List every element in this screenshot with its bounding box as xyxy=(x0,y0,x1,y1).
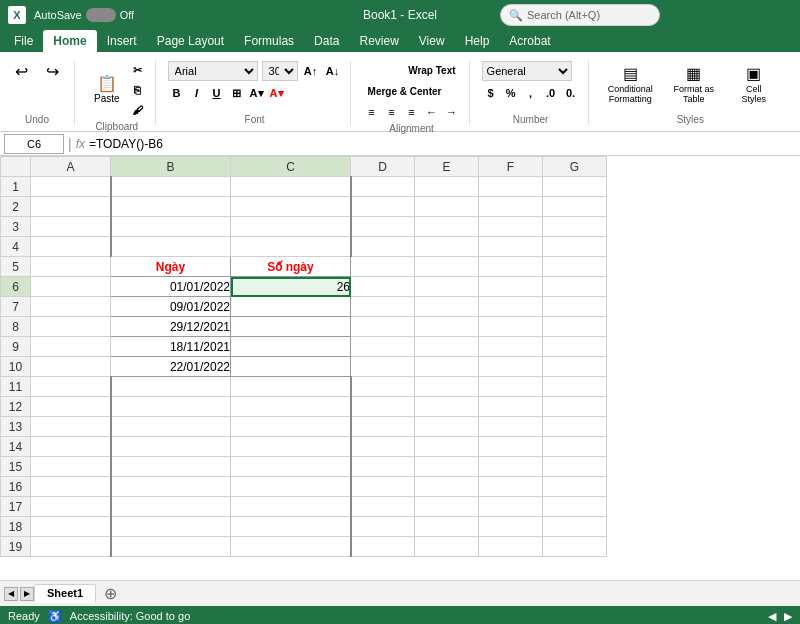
cell-a1[interactable] xyxy=(31,177,111,197)
cell-b18[interactable] xyxy=(111,517,231,537)
cell-f10[interactable] xyxy=(479,357,543,377)
cell-c9[interactable] xyxy=(231,337,351,357)
col-header-a[interactable]: A xyxy=(31,157,111,177)
cell-d16[interactable] xyxy=(351,477,415,497)
cell-d9[interactable] xyxy=(351,337,415,357)
cell-b13[interactable] xyxy=(111,417,231,437)
cell-c10[interactable] xyxy=(231,357,351,377)
cell-e11[interactable] xyxy=(415,377,479,397)
indent-increase-button[interactable]: → xyxy=(443,103,461,121)
cell-d15[interactable] xyxy=(351,457,415,477)
conditional-formatting-button[interactable]: ▤ Conditional Formatting xyxy=(601,61,660,107)
cell-g13[interactable] xyxy=(543,417,607,437)
cell-f19[interactable] xyxy=(479,537,543,557)
paste-button[interactable]: 📋 Paste xyxy=(87,73,127,107)
cell-e13[interactable] xyxy=(415,417,479,437)
cell-g9[interactable] xyxy=(543,337,607,357)
cell-f16[interactable] xyxy=(479,477,543,497)
font-size-select[interactable]: 30 xyxy=(262,61,298,81)
cell-g11[interactable] xyxy=(543,377,607,397)
cell-b16[interactable] xyxy=(111,477,231,497)
cell-f18[interactable] xyxy=(479,517,543,537)
cell-c5[interactable]: Số ngày xyxy=(231,257,351,277)
cell-b9[interactable]: 18/11/2021 xyxy=(111,337,231,357)
cell-f1[interactable] xyxy=(479,177,543,197)
col-header-g[interactable]: G xyxy=(543,157,607,177)
cell-g14[interactable] xyxy=(543,437,607,457)
comma-button[interactable]: , xyxy=(522,84,540,102)
cell-c2[interactable] xyxy=(231,197,351,217)
cell-g12[interactable] xyxy=(543,397,607,417)
cell-b4[interactable] xyxy=(111,237,231,257)
ribbon-tab-view[interactable]: View xyxy=(409,30,455,52)
cell-a7[interactable] xyxy=(31,297,111,317)
ribbon-tab-file[interactable]: File xyxy=(4,30,43,52)
decrease-decimal-button[interactable]: 0. xyxy=(562,84,580,102)
cell-b12[interactable] xyxy=(111,397,231,417)
cell-e16[interactable] xyxy=(415,477,479,497)
cell-a17[interactable] xyxy=(31,497,111,517)
cell-e10[interactable] xyxy=(415,357,479,377)
cell-b6[interactable]: 01/01/2022 xyxy=(111,277,231,297)
tab-scroll-right[interactable]: ▶ xyxy=(20,587,34,601)
cell-g10[interactable] xyxy=(543,357,607,377)
cell-f17[interactable] xyxy=(479,497,543,517)
cell-g19[interactable] xyxy=(543,537,607,557)
cell-f4[interactable] xyxy=(479,237,543,257)
sheet-tab-1[interactable]: Sheet1 xyxy=(34,584,96,603)
cell-g16[interactable] xyxy=(543,477,607,497)
decrease-font-button[interactable]: A↓ xyxy=(324,62,342,80)
increase-font-button[interactable]: A↑ xyxy=(302,62,320,80)
cell-c1[interactable] xyxy=(231,177,351,197)
cell-c19[interactable] xyxy=(231,537,351,557)
cell-c8[interactable] xyxy=(231,317,351,337)
cell-d5[interactable] xyxy=(351,257,415,277)
cell-f13[interactable] xyxy=(479,417,543,437)
percent-button[interactable]: % xyxy=(502,84,520,102)
cell-g2[interactable] xyxy=(543,197,607,217)
cell-d6[interactable] xyxy=(351,277,415,297)
cell-a15[interactable] xyxy=(31,457,111,477)
cell-c12[interactable] xyxy=(231,397,351,417)
cell-d3[interactable] xyxy=(351,217,415,237)
cell-d7[interactable] xyxy=(351,297,415,317)
cell-c7[interactable] xyxy=(231,297,351,317)
search-bar[interactable]: 🔍 Search (Alt+Q) xyxy=(500,4,660,26)
align-right-button[interactable]: ≡ xyxy=(403,103,421,121)
cell-d8[interactable] xyxy=(351,317,415,337)
cell-a6[interactable] xyxy=(31,277,111,297)
cell-e17[interactable] xyxy=(415,497,479,517)
cell-g6[interactable] xyxy=(543,277,607,297)
cell-a4[interactable] xyxy=(31,237,111,257)
cell-b10[interactable]: 22/01/2022 xyxy=(111,357,231,377)
cell-e5[interactable] xyxy=(415,257,479,277)
cell-b15[interactable] xyxy=(111,457,231,477)
currency-button[interactable]: $ xyxy=(482,84,500,102)
scroll-left-btn[interactable]: ◀ xyxy=(768,610,776,623)
cell-c13[interactable] xyxy=(231,417,351,437)
cell-b1[interactable] xyxy=(111,177,231,197)
cell-e8[interactable] xyxy=(415,317,479,337)
cell-e3[interactable] xyxy=(415,217,479,237)
cell-f9[interactable] xyxy=(479,337,543,357)
ribbon-tab-acrobat[interactable]: Acrobat xyxy=(499,30,560,52)
cell-d1[interactable] xyxy=(351,177,415,197)
cell-c15[interactable] xyxy=(231,457,351,477)
bold-button[interactable]: B xyxy=(168,84,186,102)
cell-a13[interactable] xyxy=(31,417,111,437)
cut-button[interactable]: ✂ xyxy=(129,61,147,79)
add-sheet-button[interactable]: ⊕ xyxy=(98,584,123,603)
cell-g8[interactable] xyxy=(543,317,607,337)
ribbon-tab-review[interactable]: Review xyxy=(349,30,408,52)
cell-c14[interactable] xyxy=(231,437,351,457)
border-button[interactable]: ⊞ xyxy=(228,84,246,102)
cell-e14[interactable] xyxy=(415,437,479,457)
cell-g4[interactable] xyxy=(543,237,607,257)
copy-button[interactable]: ⎘ xyxy=(129,81,147,99)
cell-e6[interactable] xyxy=(415,277,479,297)
cell-f14[interactable] xyxy=(479,437,543,457)
cell-d4[interactable] xyxy=(351,237,415,257)
increase-decimal-button[interactable]: .0 xyxy=(542,84,560,102)
ribbon-tab-formulas[interactable]: Formulas xyxy=(234,30,304,52)
cell-f7[interactable] xyxy=(479,297,543,317)
